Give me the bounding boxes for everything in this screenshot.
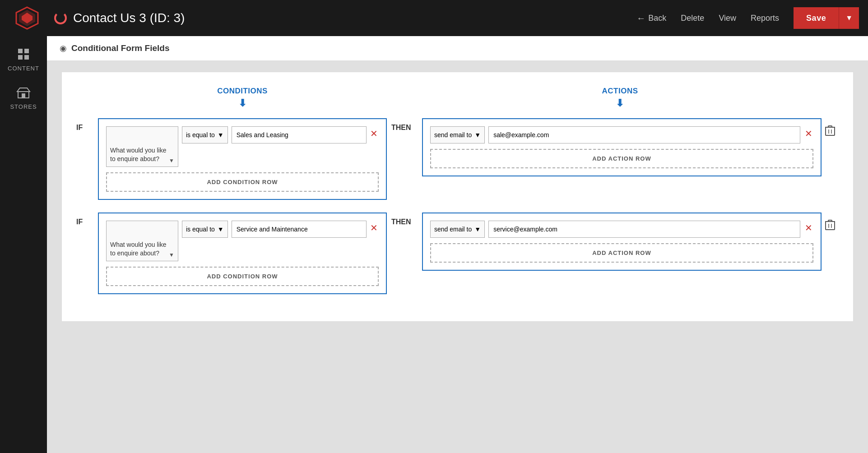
value-container-2: ✕ <box>232 221 379 238</box>
conditions-column-label: CONDITIONS ⬇ <box>98 87 387 109</box>
sidebar: CONTENT STORES <box>0 36 47 453</box>
svg-rect-9 <box>826 127 835 135</box>
delete-button[interactable]: Delete <box>681 14 704 23</box>
action-block-2: send email to ▼ ✕ ADD ACTION ROW <box>422 213 822 271</box>
operator-dropdown-1[interactable]: is equal to ▼ <box>182 126 228 143</box>
main-content: ◉ Conditional Form Fields CONDITIONS ⬇ A… <box>47 36 868 453</box>
card-panel: CONDITIONS ⬇ ACTIONS ⬇ IF What woul <box>61 72 854 322</box>
remove-condition-button-1[interactable]: ✕ <box>369 128 379 139</box>
reports-button[interactable]: Reports <box>751 14 779 23</box>
trash-icon-2 <box>825 219 835 231</box>
svg-rect-8 <box>22 93 25 98</box>
save-dropdown-button[interactable]: ▼ <box>839 7 859 29</box>
operator-text-2: is equal to <box>186 226 215 233</box>
add-action-row-button-1[interactable]: ADD ACTION ROW <box>430 149 813 168</box>
page-title: Contact Us 3 (ID: 3) <box>73 11 185 25</box>
remove-condition-button-2[interactable]: ✕ <box>369 222 379 233</box>
field-dropdown-text-1: What would you like to enquire about? <box>110 146 169 164</box>
back-button[interactable]: ← Back <box>636 13 666 23</box>
then-label-1: THEN <box>391 118 418 132</box>
field-dropdown-arrow-icon-2: ▼ <box>169 252 174 258</box>
conditions-down-arrow-icon: ⬇ <box>238 97 247 109</box>
loading-spinner-icon <box>54 12 67 24</box>
action-text-1: send email to <box>434 131 472 139</box>
back-arrow-icon: ← <box>636 13 645 23</box>
operator-dropdown-arrow-icon-1: ▼ <box>218 131 224 139</box>
operator-text-1: is equal to <box>186 131 215 139</box>
if-label-1: IF <box>76 118 94 132</box>
svg-rect-5 <box>18 55 23 60</box>
action-inner-1: send email to ▼ ✕ <box>430 126 813 143</box>
condition-block-2: What would you like to enquire about? ▼ … <box>98 213 387 294</box>
value-input-1[interactable] <box>232 126 367 143</box>
section-title: Conditional Form Fields <box>71 43 169 53</box>
operator-dropdown-2[interactable]: is equal to ▼ <box>182 221 228 238</box>
sidebar-item-stores[interactable]: STORES <box>0 79 47 116</box>
save-button-group: Save ▼ <box>794 7 859 29</box>
columns-header: CONDITIONS ⬇ ACTIONS ⬇ <box>76 87 839 109</box>
value-container-1: ✕ <box>232 126 379 143</box>
header-actions: ← Back Delete View Reports Save ▼ <box>636 7 859 29</box>
content-icon <box>15 46 32 62</box>
remove-action-button-2[interactable]: ✕ <box>804 222 813 233</box>
add-condition-row-button-1[interactable]: ADD CONDITION ROW <box>106 172 379 192</box>
trash-icon-1 <box>825 125 835 136</box>
header-title-area: Contact Us 3 (ID: 3) <box>54 11 627 25</box>
actions-column-label: ACTIONS ⬇ <box>423 87 817 109</box>
svg-rect-3 <box>18 49 23 53</box>
svg-rect-6 <box>24 55 29 60</box>
condition-block-1: What would you like to enquire about? ▼ … <box>98 118 387 200</box>
rule-row-1: IF What would you like to enquire about?… <box>76 118 839 200</box>
section-toggle-button[interactable]: ◉ <box>60 43 67 53</box>
view-button[interactable]: View <box>719 14 736 23</box>
header: Contact Us 3 (ID: 3) ← Back Delete View … <box>0 0 868 36</box>
field-dropdown-2[interactable]: What would you like to enquire about? ▼ <box>106 221 178 261</box>
rule-row-2: IF What would you like to enquire about?… <box>76 213 839 294</box>
then-label-2: THEN <box>391 213 418 226</box>
action-dropdown-arrow-icon-2: ▼ <box>474 226 481 233</box>
logo-area <box>9 0 45 36</box>
svg-rect-13 <box>826 222 835 230</box>
action-inner-2: send email to ▼ ✕ <box>430 221 813 238</box>
condition-inner-1: What would you like to enquire about? ▼ … <box>106 126 379 167</box>
value-input-2[interactable] <box>232 221 367 238</box>
if-label-2: IF <box>76 213 94 226</box>
field-dropdown-1[interactable]: What would you like to enquire about? ▼ <box>106 126 178 167</box>
action-dropdown-1[interactable]: send email to ▼ <box>430 126 485 143</box>
magento-logo-icon <box>15 6 39 30</box>
action-dropdown-2[interactable]: send email to ▼ <box>430 221 485 238</box>
actions-down-arrow-icon: ⬇ <box>616 97 624 109</box>
delete-rule-button-2[interactable] <box>822 215 839 237</box>
action-email-input-2[interactable] <box>488 221 800 238</box>
svg-rect-4 <box>24 49 29 53</box>
sidebar-item-content[interactable]: CONTENT <box>0 41 47 77</box>
operator-dropdown-arrow-icon-2: ▼ <box>218 226 224 233</box>
section-header: ◉ Conditional Form Fields <box>47 36 868 61</box>
action-text-2: send email to <box>434 226 472 233</box>
field-dropdown-text-2: What would you like to enquire about? <box>110 240 169 258</box>
save-main-button[interactable]: Save <box>794 7 839 29</box>
main-layout: CONTENT STORES ◉ Conditional Form Fields <box>0 36 868 453</box>
remove-action-button-1[interactable]: ✕ <box>804 128 813 139</box>
stores-icon <box>15 84 32 101</box>
field-dropdown-arrow-icon-1: ▼ <box>169 157 174 164</box>
action-block-1: send email to ▼ ✕ ADD ACTION ROW <box>422 118 822 176</box>
action-dropdown-arrow-icon-1: ▼ <box>474 131 481 139</box>
action-email-input-1[interactable] <box>488 126 800 143</box>
add-condition-row-button-2[interactable]: ADD CONDITION ROW <box>106 267 379 286</box>
add-action-row-button-2[interactable]: ADD ACTION ROW <box>430 243 813 263</box>
delete-rule-button-1[interactable] <box>822 121 839 143</box>
condition-inner-2: What would you like to enquire about? ▼ … <box>106 221 379 261</box>
